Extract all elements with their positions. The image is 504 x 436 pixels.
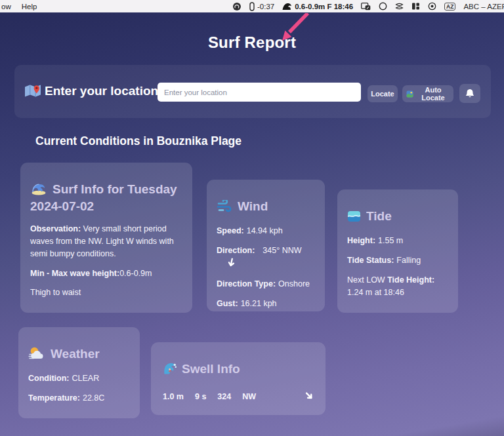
locate-button-label: Locate <box>371 90 394 98</box>
weather-condition-row: Condition:CLEAR <box>28 372 130 385</box>
stack-layers-icon[interactable] <box>395 2 404 10</box>
auto-locate-button-label: Auto Locate <box>417 86 450 102</box>
surf-info-title-line1: Surf Info for Tuesday <box>52 182 177 196</box>
swell-bearing: 324 <box>217 392 231 401</box>
auto-locate-button[interactable]: Auto Locate <box>402 85 453 102</box>
keyboard-layout-label[interactable]: ABC – AZER <box>463 3 504 10</box>
wind-title: Wind <box>217 199 315 216</box>
screen-record-icon[interactable] <box>428 2 436 10</box>
wind-direction-value: 345° NNW <box>262 246 301 255</box>
wind-direction-arrow-icon <box>226 257 236 271</box>
tide-height-row: Height:1.55 m <box>347 235 448 247</box>
weather-card: Weather Condition:CLEAR Temperature:22.8… <box>18 327 140 418</box>
swell-info-card: Swell Info 1.0 m 9 s 324 NW <box>151 342 326 415</box>
location-heading: Enter your location <box>45 84 158 98</box>
weather-title: Weather <box>28 346 130 363</box>
weather-temperature-label: Temperature: <box>28 393 80 403</box>
surf-wave-icon <box>30 182 47 199</box>
wind-speed-row: Speed:14.94 kph <box>217 225 315 237</box>
swell-title: Swell Info <box>163 361 314 378</box>
menu-item-help[interactable]: Help <box>22 3 37 10</box>
window-tiles-icon[interactable] <box>411 2 420 10</box>
weather-condition-label: Condition: <box>28 374 69 383</box>
wind-title-text: Wind <box>238 199 268 213</box>
wind-speed-label: Speed: <box>217 226 244 235</box>
wave-height-value: 0.6-0.9m <box>119 269 152 278</box>
wind-direction-row: Direction:345° NNW <box>217 245 315 271</box>
observation-paragraph: Observation: Very small short period wav… <box>30 223 182 260</box>
capsule-timer-icon <box>249 2 255 11</box>
surf-info-title-line2: 2024-07-02 <box>30 199 94 213</box>
macos-menu-bar: ow Help -0:37 0.6-0.9m F 18:46 <box>0 0 504 12</box>
locate-button[interactable]: Locate <box>368 85 398 102</box>
wind-direction-type-label: Direction Type: <box>217 279 276 288</box>
weather-condition-value: CLEAR <box>72 374 99 383</box>
wind-direction-label: Direction: <box>217 246 255 255</box>
tide-status-value: Falling <box>396 256 421 265</box>
notification-bell-button[interactable] <box>459 84 480 103</box>
sun-cloud-icon <box>28 346 45 363</box>
screen-sharing-icon[interactable] <box>361 2 371 10</box>
wave-height-label: Min - Max wave height: <box>30 269 119 278</box>
wave-icon <box>282 3 292 10</box>
weather-temperature-row: Temperature:22.8C <box>28 392 130 405</box>
screen: ow Help -0:37 0.6-0.9m F 18:46 <box>0 0 504 436</box>
observation-label: Observation: <box>30 224 81 233</box>
swell-height: 1.0 m <box>163 392 184 401</box>
creative-cloud-icon[interactable] <box>232 2 242 11</box>
swell-compass: NW <box>242 392 256 401</box>
surfer-wave-icon <box>163 361 177 378</box>
map-pin-icon <box>24 83 41 101</box>
swell-direction-arrow-icon <box>303 389 317 403</box>
tide-next-prefix: Next LOW <box>347 275 385 285</box>
bell-icon <box>465 89 474 98</box>
auto-locate-icon <box>406 90 413 98</box>
surf-status-item[interactable]: 0.6-0.9m F 18:46 <box>282 3 353 10</box>
tide-next-value: 1.24 m at 18:46 <box>347 288 404 297</box>
surf-report-page: Surf Report Enter your location <box>0 12 504 436</box>
wind-gust-value: 16.21 kph <box>241 299 277 308</box>
tide-next-row: Next LOW Tide Height:1.24 m at 18:46 <box>347 274 448 299</box>
swell-data-row: 1.0 m 9 s 324 NW <box>163 391 314 402</box>
wave-height-paragraph: Min - Max wave height:0.6-0.9m <box>30 268 182 280</box>
wind-gust-label: Gust: <box>217 299 238 308</box>
weather-temperature-value: 22.8C <box>83 393 104 403</box>
timer-text: -0:37 <box>257 3 274 10</box>
location-panel: Enter your location Locate Auto Locate <box>14 65 491 118</box>
wind-speed-value: 14.94 kph <box>247 226 283 235</box>
swell-period: 9 s <box>195 392 206 401</box>
section-heading: Current Conditions in Bouznika Plage <box>35 134 242 148</box>
tide-status-label: Tide Status: <box>347 256 394 265</box>
location-input[interactable] <box>158 83 361 102</box>
weather-title-text: Weather <box>51 347 100 361</box>
wind-gust-row: Gust:16.21 kph <box>217 298 315 310</box>
wind-direction-type-row: Direction Type:Onshore <box>217 278 315 290</box>
tide-water-icon <box>347 210 361 226</box>
timer-status-item[interactable]: -0:37 <box>249 2 274 11</box>
tide-next-label: Tide Height: <box>385 275 434 285</box>
page-title: Surf Report <box>0 33 504 52</box>
tide-status-row: Tide Status:Falling <box>347 254 448 267</box>
surf-info-title: Surf Info for Tuesday 2024-07-02 <box>30 182 182 214</box>
wind-card: Wind Speed:14.94 kph Direction:345° NNW … <box>207 180 325 311</box>
tide-card: Tide Height:1.55 m Tide Status:Falling N… <box>337 189 458 313</box>
surf-status-text: 0.6-0.9m F 18:46 <box>295 3 353 10</box>
tide-height-label: Height: <box>347 236 375 245</box>
input-source-badge[interactable]: AZ <box>444 3 455 10</box>
tide-title: Tide <box>347 208 448 226</box>
swell-title-text: Swell Info <box>182 362 240 376</box>
wave-size-note: Thigh to waist <box>30 287 182 299</box>
surf-info-card: Surf Info for Tuesday 2024-07-02 Observa… <box>20 163 192 313</box>
annotation-arrow-icon <box>274 13 312 47</box>
wind-gust-icon <box>217 200 232 216</box>
wind-direction-type-value: Onshore <box>278 279 310 288</box>
tide-title-text: Tide <box>366 209 392 223</box>
focus-circle-icon[interactable] <box>379 2 387 10</box>
tide-height-value: 1.55 m <box>378 236 403 245</box>
menu-item-window-fragment[interactable]: ow <box>1 3 11 10</box>
